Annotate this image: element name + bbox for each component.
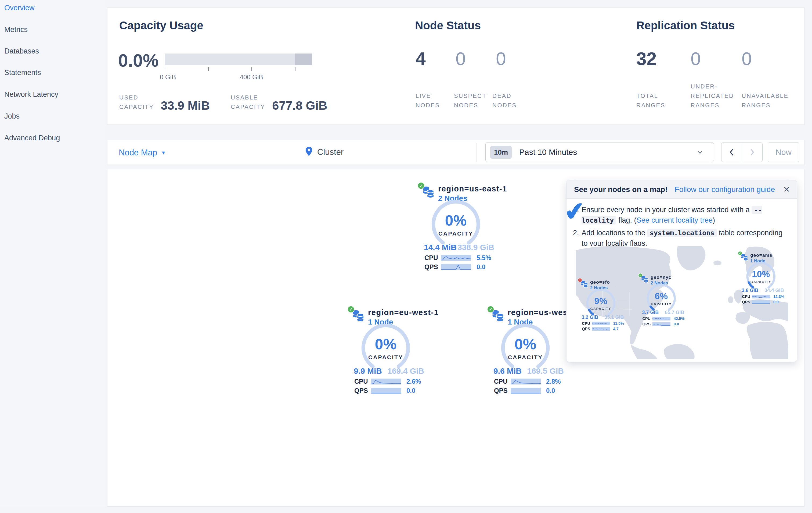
gauge-caption: CAPACITY <box>500 354 551 360</box>
chevron-right-icon <box>748 147 756 157</box>
capacity-gauge: 0% CAPACITY <box>360 322 411 374</box>
configuration-guide-link[interactable]: Follow our configuration guide <box>675 185 775 194</box>
popup-title: See your nodes on a map! <box>574 185 668 194</box>
qps-label: QPS <box>642 322 652 326</box>
cpu-value: 11.0% <box>613 321 624 326</box>
step-1: 1.Ensure every node in your cluster was … <box>573 205 789 225</box>
used-capacity: 3.6 GiB <box>742 288 758 293</box>
gauge-percent: 0% <box>360 335 411 353</box>
qps-label: QPS <box>582 327 592 331</box>
qps-label: QPS <box>354 387 371 395</box>
qps-sparkline <box>592 327 610 331</box>
map-node-group-geo-nyc: ✓ geo=nyc 2 Nodes 6% CAPACITY <box>638 273 687 329</box>
db-console-overview-page: Overview Metrics Databases Statements Ne… <box>0 0 812 513</box>
popup-header: See your nodes on a map! Follow our conf… <box>567 181 797 199</box>
cpu-sparkline <box>652 317 670 321</box>
map-node-group-geo-sfo: 1 geo=sfo 2 Nodes 9% CAPACITY <box>578 278 626 334</box>
qps-sparkline <box>371 388 401 394</box>
capacity-gauge: 9% CAPACITY <box>586 288 616 319</box>
qps-value: 0.0 <box>546 387 555 395</box>
qps-label: QPS <box>742 300 752 304</box>
caret-down-icon: ▾ <box>162 149 165 156</box>
chevron-left-icon <box>728 147 735 157</box>
axis-label-400: 400 GiB <box>240 73 263 81</box>
sidebar-item-metrics[interactable]: Metrics <box>4 26 28 34</box>
system-locations-code: system.locations <box>647 229 717 237</box>
used-capacity: 9.9 MiB <box>354 367 382 376</box>
gauge-percent: 0% <box>500 335 551 353</box>
capacity-stats: USEDCAPACITY 33.9 MiB USABLECAPACITY 677… <box>119 93 327 112</box>
gauge-caption: CAPACITY <box>586 307 616 311</box>
view-selector-node-map[interactable]: Node Map▾ <box>119 148 165 158</box>
gauge-caption: CAPACITY <box>430 231 481 237</box>
breadcrumb[interactable]: Cluster <box>304 146 344 158</box>
total-capacity: 35.1 GiB <box>605 315 624 320</box>
unavailable-label: UNAVAILABLERANGES <box>742 91 789 110</box>
next-range-button[interactable] <box>742 142 762 162</box>
dead-nodes-label: DEADNODES <box>492 91 517 110</box>
cpu-value: 12.3% <box>773 294 784 299</box>
locality-tree-link[interactable]: See current locality tree <box>636 216 713 224</box>
sidebar-item-databases[interactable]: Databases <box>4 47 39 55</box>
close-icon[interactable]: ✕ <box>783 185 790 194</box>
sidebar: Overview Metrics Databases Statements Ne… <box>0 0 106 507</box>
sidebar-item-advanced-debug[interactable]: Advanced Debug <box>4 134 60 142</box>
capacity-bar-reserved-segment <box>295 54 312 65</box>
toolbar: Node Map▾ Cluster 10m Past 10 Minutes <box>107 140 805 165</box>
now-button[interactable]: Now <box>768 142 800 162</box>
sidebar-item-jobs[interactable]: Jobs <box>4 112 20 120</box>
healthy-check-icon: ✓ <box>638 273 642 277</box>
popup-steps: 1.Ensure every node in your cluster was … <box>567 199 797 248</box>
live-nodes-label: LIVENODES <box>415 91 440 110</box>
cpu-value: 42.5% <box>674 317 685 321</box>
sidebar-item-overview[interactable]: Overview <box>4 4 35 12</box>
replication-status-title: Replication Status <box>636 19 735 32</box>
map-pin-icon <box>304 146 314 158</box>
used-capacity: 14.4 MiB <box>424 243 457 252</box>
node-group-us-west-1: ✓ region=us-west-1 1 Node 0% CAPACITY 9.… <box>487 306 568 399</box>
chevron-down-icon <box>696 149 703 156</box>
breadcrumb-cluster-label: Cluster <box>317 147 344 157</box>
used-capacity: 9.6 MiB <box>493 367 522 376</box>
cpu-label: CPU <box>354 378 371 385</box>
qps-label: QPS <box>425 263 441 271</box>
gauge-caption: CAPACITY <box>746 280 776 284</box>
cluster-summary-card: Capacity Usage 0.0% 0 GiB 400 GiB USEDCA… <box>107 7 805 125</box>
region-title: geo=ams <box>750 252 772 258</box>
node-map-preview: 1 geo=sfo 2 Nodes 9% CAPACITY <box>576 246 788 359</box>
suspect-nodes-count: 0 <box>456 48 466 69</box>
total-capacity: 338.9 GiB <box>458 243 494 252</box>
healthy-check-icon: ✓ <box>487 306 494 313</box>
unavailable-count: 0 <box>742 48 752 69</box>
dead-nodes-count: 0 <box>496 48 506 69</box>
used-capacity: 3.7 GiB <box>642 310 659 315</box>
suspect-nodes-label: SUSPECTNODES <box>454 91 487 110</box>
node-group-us-east-1: ✓ region=us-east-1 2 Nodes 0% CAPACITY 1… <box>417 182 498 275</box>
cpu-sparkline <box>371 379 401 384</box>
node-map-config-popup: See your nodes on a map! Follow our conf… <box>566 180 797 362</box>
cpu-sparkline <box>441 255 471 261</box>
cpu-label: CPU <box>582 321 592 326</box>
under-replicated-count: 0 <box>691 48 701 69</box>
cpu-sparkline <box>752 295 770 298</box>
qps-sparkline <box>441 264 471 270</box>
sidebar-item-network-latency[interactable]: Network Latency <box>4 90 58 99</box>
capacity-gauge: 10% CAPACITY <box>746 261 776 292</box>
time-range-dropdown[interactable]: 10m Past 10 Minutes <box>485 142 714 162</box>
gauge-percent: 0% <box>430 212 481 229</box>
region-title: region=eu-west-1 <box>368 308 439 317</box>
capacity-percent: 0.0% <box>118 50 158 71</box>
capacity-gauge: 0% CAPACITY <box>500 322 551 374</box>
qps-value: 4.7 <box>613 327 618 331</box>
qps-label: QPS <box>494 387 511 395</box>
sidebar-item-statements[interactable]: Statements <box>4 69 41 77</box>
axis-label-zero: 0 GiB <box>160 73 176 81</box>
qps-value: 0.0 <box>476 263 485 271</box>
time-range-label: Past 10 Minutes <box>519 147 577 157</box>
used-capacity: 3.2 GiB <box>582 315 598 320</box>
prev-range-button[interactable] <box>722 142 742 162</box>
qps-sparkline <box>511 388 541 394</box>
cpu-sparkline <box>511 379 541 384</box>
total-capacity: 65.7 GiB <box>665 310 685 315</box>
node-status-title: Node Status <box>415 19 481 32</box>
